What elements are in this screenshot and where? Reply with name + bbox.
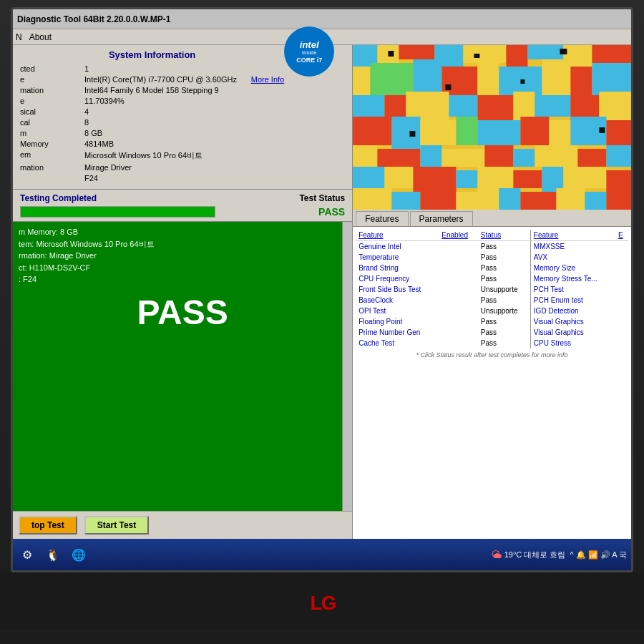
feat-genuine[interactable]: Genuine Intel [356,241,439,253]
svg-rect-11 [371,63,414,95]
status-3: Pass [478,273,531,284]
svg-rect-19 [353,95,384,117]
feat-r2[interactable]: Memory Size [530,263,615,273]
testing-label: Testing Completed [20,193,97,203]
more-info-link[interactable]: More Info [251,75,284,84]
table-row: Floating Point Pass Visual Graphics [356,316,628,327]
status-8: Pass [478,327,531,338]
feat-baseclock[interactable]: BaseClock [356,295,439,306]
svg-rect-3 [399,45,435,59]
sys-info-row-7: Memory 4814MB [20,140,345,148]
click-note: * Click Status result after test complet… [356,351,628,358]
status-5: Pass [478,295,531,306]
weather-icon: 🌥 [492,549,502,560]
taskbar-settings-icon[interactable]: ⚙ [17,545,37,565]
status-6: Unsupporte [478,306,531,316]
sys-info-row-4: sical 4 [20,107,345,116]
progress-bar-container [20,206,215,218]
menu-about[interactable]: About [29,32,52,42]
svg-rect-7 [528,45,564,59]
taskbar-app-icon[interactable]: 🐧 [43,545,63,565]
enabled-6 [439,306,478,316]
svg-rect-42 [514,149,535,167]
col-feature-header: Feature [356,230,439,241]
e-r1 [615,252,628,263]
col-status-header: Status [478,230,531,241]
svg-rect-54 [607,170,631,188]
svg-rect-51 [514,170,542,188]
feat-prime[interactable]: Prime Number Gen [356,327,439,338]
intel-logo-text: intel inside CORE i7 [296,39,322,64]
feat-brand[interactable]: Brand String [356,263,439,273]
feat-r8[interactable]: Visual Graphics [530,327,615,338]
feat-r7[interactable]: Visual Graphics [530,316,615,327]
svg-rect-13 [442,67,478,95]
svg-rect-46 [353,167,384,192]
log-scrollbar[interactable] [342,222,352,511]
svg-rect-17 [571,67,592,95]
sys-info-row-0: cted 1 [20,64,284,73]
feat-r5[interactable]: PCH Enum test [530,295,615,306]
feat-r4[interactable]: PCH Test [530,284,615,295]
taskbar-browser-icon[interactable]: 🌐 [69,545,89,565]
svg-rect-25 [535,95,571,117]
sys-info-row-5: cal 8 [20,118,345,127]
log-line-4: : F24 [19,273,346,286]
svg-rect-37 [353,145,377,167]
lg-logo-text: LG [311,592,336,614]
enabled-8 [439,327,478,338]
feat-fsb[interactable]: Front Side Bus Test [356,284,439,295]
menu-n[interactable]: N [16,32,22,42]
feat-r1[interactable]: AVX [530,252,615,263]
svg-rect-26 [571,95,600,120]
svg-rect-58 [457,192,499,210]
feat-opi[interactable]: OPI Test [356,306,439,316]
svg-rect-18 [592,63,631,95]
feat-temp[interactable]: Temperature [356,252,439,263]
log-text: m Memory: 8 GB tem: Microsoft Windows 10… [19,226,346,286]
svg-rect-5 [464,45,507,63]
feat-r6[interactable]: IGD Detection [530,306,615,316]
table-row: BaseClock Pass PCH Enum test [356,295,628,306]
svg-rect-34 [550,120,571,145]
svg-rect-43 [535,145,578,167]
svg-rect-69 [410,131,416,137]
feat-r9[interactable]: CPU Stress [530,338,615,348]
svg-rect-49 [457,170,478,188]
progress-bar-fill [21,207,215,217]
feat-cache[interactable]: Cache Test [356,338,439,348]
svg-rect-27 [600,92,631,120]
taskbar-system-tray: ^ 🔔 📶 🔊 A 국 [570,550,627,560]
e-r7 [615,316,628,327]
right-panel: Features Parameters Feature Enabled Stat… [353,45,631,539]
feat-cpufreq[interactable]: CPU Frequency [356,273,439,284]
svg-rect-10 [353,67,370,95]
tab-parameters[interactable]: Parameters [410,211,473,226]
window-title: Diagnostic Tool 64Bit 2.20.0.0.W.MP-1 [17,14,171,24]
feature-table: Feature Enabled Status Feature E Genuine… [356,230,628,348]
feat-r0[interactable]: MMXSSE [530,241,615,253]
svg-rect-52 [542,167,564,192]
stop-test-button[interactable]: top Test [19,516,77,535]
svg-rect-57 [421,188,457,210]
intel-logo: intel inside CORE i7 [284,26,334,77]
table-row: Front Side Bus Test Unsupporte PCH Test [356,284,628,295]
feature-table-container: Feature Enabled Status Feature E Genuine… [353,227,631,539]
start-test-button[interactable]: Start Test [84,516,149,535]
left-panel: intel inside CORE i7 System Information … [13,45,353,539]
e-r8 [615,327,628,338]
svg-rect-16 [542,59,571,95]
enabled-4 [439,284,478,295]
svg-rect-40 [442,149,485,167]
svg-rect-6 [507,45,528,67]
sys-info-row-8: em Microsoft Windows 10 Pro 64비트 [20,150,345,161]
log-line-3: ct: H110M-DS2V-CF [19,262,346,274]
laptop-bezel: Diagnostic Tool 64Bit 2.20.0.0.W.MP-1 N … [0,0,644,644]
sys-info-section: intel inside CORE i7 System Information … [13,45,352,190]
svg-rect-38 [378,149,421,167]
svg-rect-59 [499,188,521,210]
feat-r3[interactable]: Memory Stress Te... [530,273,615,284]
tab-features[interactable]: Features [356,211,408,226]
svg-rect-30 [421,120,457,145]
feat-fp[interactable]: Floating Point [356,316,439,327]
